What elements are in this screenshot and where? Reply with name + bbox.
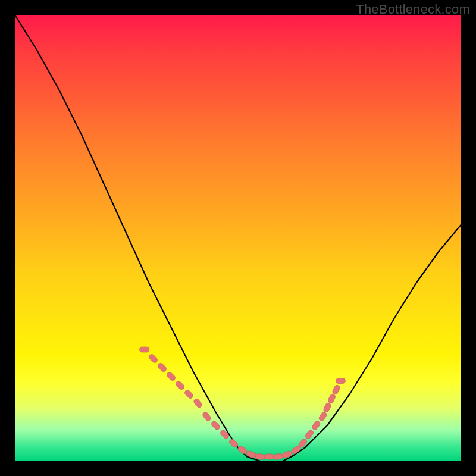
highlight-dot bbox=[220, 429, 230, 440]
highlight-dot bbox=[211, 420, 221, 431]
highlight-dot bbox=[157, 362, 168, 373]
highlight-dot bbox=[265, 454, 274, 459]
highlight-dot bbox=[255, 453, 265, 460]
highlight-dot bbox=[322, 402, 331, 413]
highlight-dot bbox=[148, 353, 159, 364]
highlight-dot bbox=[202, 411, 212, 422]
highlight-dot bbox=[311, 420, 321, 431]
highlight-dot bbox=[166, 371, 177, 382]
highlight-dot bbox=[140, 347, 149, 352]
highlight-dot bbox=[336, 378, 346, 384]
highlight-dot bbox=[237, 445, 248, 455]
highlight-dot bbox=[273, 453, 283, 460]
chart-svg bbox=[15, 15, 461, 461]
highlight-dot bbox=[193, 397, 203, 408]
highlight-dot bbox=[327, 393, 336, 404]
plot-area bbox=[15, 15, 461, 461]
highlight-dot bbox=[184, 389, 195, 400]
marker-layer bbox=[140, 347, 346, 460]
highlight-dot bbox=[331, 384, 340, 395]
watermark-text: TheBottleneck.com bbox=[356, 2, 470, 17]
highlight-dot bbox=[305, 429, 315, 440]
bottleneck-curve bbox=[15, 15, 461, 461]
highlight-dot bbox=[318, 411, 327, 422]
chart-frame: TheBottleneck.com bbox=[0, 0, 476, 476]
highlight-dot bbox=[175, 380, 186, 391]
curve-layer bbox=[15, 15, 461, 461]
